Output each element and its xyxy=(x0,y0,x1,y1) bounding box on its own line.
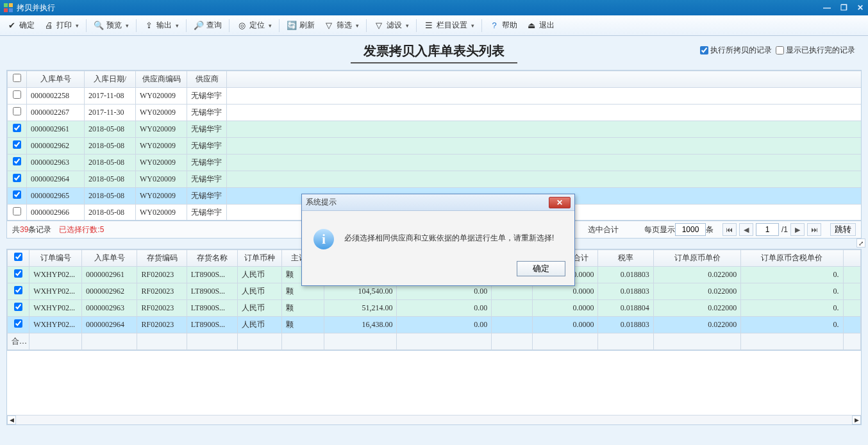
selection-count: 已选择行数:5 xyxy=(59,224,104,235)
select-all-checkbox[interactable] xyxy=(13,74,21,82)
column-header[interactable]: 存货名称 xyxy=(187,250,238,267)
cell-price: 0.022000 xyxy=(653,267,741,283)
table-row[interactable]: WXHYP02... 0000002963 RF020023 LT8900S..… xyxy=(8,300,861,317)
toolbar-filter[interactable]: ▽筛选▾ xyxy=(320,18,363,33)
last-page-button[interactable]: ⏭ xyxy=(807,223,821,236)
toolbar-query[interactable]: 🔎查询 xyxy=(190,18,226,33)
cell-blank xyxy=(227,121,862,138)
restore-button[interactable]: ❐ xyxy=(839,3,849,12)
table-row[interactable]: 0000002961 2018-05-08 WY020009 无锡华宇 xyxy=(8,121,862,138)
toolbar-columnset[interactable]: ☰栏目设置▾ xyxy=(420,18,478,33)
window-title: 拷贝并执行 xyxy=(17,3,55,13)
row-checkbox[interactable] xyxy=(14,303,22,311)
row-checkbox[interactable] xyxy=(13,157,21,165)
option-show-executed-checkbox[interactable] xyxy=(776,46,784,55)
cell-order: WXHYP02... xyxy=(29,300,82,317)
scroll-left-icon[interactable]: ◀ xyxy=(7,416,16,424)
option-show-executed[interactable]: 显示已执行完的记录 xyxy=(776,45,855,56)
row-checkbox[interactable] xyxy=(14,319,22,328)
table-row[interactable]: 0000002963 2018-05-08 WY020009 无锡华宇 xyxy=(8,155,862,171)
toolbar-print[interactable]: 🖨打印▾ xyxy=(40,18,83,33)
cell-total: 0.0000 xyxy=(533,300,598,317)
column-header[interactable]: 订单原币含税单价 xyxy=(741,250,843,267)
row-checkbox[interactable] xyxy=(14,286,22,294)
scroll-right-icon[interactable]: ▶ xyxy=(852,416,861,424)
summary-row: 合计 xyxy=(8,333,861,350)
cell-blank xyxy=(227,138,862,155)
column-header[interactable] xyxy=(8,250,29,267)
select-all-checkbox[interactable] xyxy=(14,253,22,261)
dialog-close-button[interactable]: ✕ xyxy=(549,197,571,208)
next-page-button[interactable]: ▶ xyxy=(790,223,805,236)
table-row[interactable]: 0000002267 2017-11-30 WY020009 无锡华宇 xyxy=(8,105,862,121)
row-checkbox[interactable] xyxy=(13,174,21,182)
toolbar-locate[interactable]: ◎定位▾ xyxy=(233,18,276,33)
chevron-down-icon: ▾ xyxy=(76,22,79,29)
cell-in-no: 0000002962 xyxy=(27,138,85,155)
cell-vendor-name: 无锡华宇 xyxy=(187,205,227,221)
page-input[interactable] xyxy=(756,223,779,236)
svg-rect-0 xyxy=(4,3,8,7)
row-checkbox[interactable] xyxy=(13,107,21,115)
column-header[interactable]: 供应商编码 xyxy=(136,71,187,88)
column-header[interactable]: 入库日期/ xyxy=(85,71,136,88)
first-page-button[interactable]: ⏮ xyxy=(722,223,737,236)
svg-rect-3 xyxy=(9,8,13,12)
toolbar-output[interactable]: ⇪输出▾ xyxy=(140,18,183,33)
toolbar-preview[interactable]: 🔍预览▾ xyxy=(90,18,133,33)
per-page-input[interactable] xyxy=(675,223,706,236)
row-checkbox[interactable] xyxy=(14,269,22,278)
prev-page-button[interactable]: ◀ xyxy=(739,223,753,236)
toolbar-help[interactable]: ?帮助 xyxy=(485,18,521,33)
column-header[interactable]: 订单原币单价 xyxy=(653,250,741,267)
row-checkbox[interactable] xyxy=(13,90,21,99)
option-execute-copied[interactable]: 执行所拷贝的记录 xyxy=(700,45,772,56)
minimize-button[interactable]: — xyxy=(822,3,832,12)
dialog-ok-button[interactable]: 确定 xyxy=(517,261,565,276)
column-header[interactable]: 供应商 xyxy=(187,71,227,88)
table-row[interactable]: 0000002964 2018-05-08 WY020009 无锡华宇 xyxy=(8,171,862,188)
toolbar-refresh[interactable]: 🔄刷新 xyxy=(283,18,319,33)
dialog-message: 必须选择相同供应商和立账依据的单据进行生单，请重新选择! xyxy=(344,229,554,244)
toolbar-refresh-label: 刷新 xyxy=(299,20,315,31)
row-checkbox[interactable] xyxy=(13,207,21,215)
column-header[interactable]: 税率 xyxy=(598,250,653,267)
cell-in-no: 0000002258 xyxy=(27,88,85,105)
cell-inv: RF020023 xyxy=(137,300,187,317)
toolbar-help-label: 帮助 xyxy=(502,20,517,31)
cell-invn: LT8900S... xyxy=(187,300,238,317)
toolbar-filter-label: 筛选 xyxy=(337,20,352,31)
column-header[interactable]: 存货编码 xyxy=(137,250,187,267)
row-checkbox[interactable] xyxy=(13,190,21,199)
cell-in-date: 2017-11-30 xyxy=(85,105,136,121)
cell-vendor-code: WY020009 xyxy=(136,205,187,221)
column-header[interactable]: 入库单号 xyxy=(27,71,85,88)
printer-icon: 🖨 xyxy=(44,21,54,31)
chevron-down-icon: ▾ xyxy=(356,22,359,29)
toolbar-exit[interactable]: ⏏退出 xyxy=(522,18,558,33)
expand-icon[interactable]: ⤢ xyxy=(856,239,865,248)
column-header[interactable]: 订单编号 xyxy=(29,250,82,267)
cell-inv: RF020023 xyxy=(137,317,187,333)
column-header[interactable] xyxy=(8,71,27,88)
row-checkbox[interactable] xyxy=(13,140,21,149)
column-header[interactable]: 订单币种 xyxy=(238,250,281,267)
table-row[interactable]: WXHYP02... 0000002964 RF020023 LT8900S..… xyxy=(8,317,861,333)
jump-button[interactable]: 跳转 xyxy=(830,223,856,236)
toolbar-ok-label: 确定 xyxy=(19,20,35,31)
table-row[interactable]: 0000002258 2017-11-08 WY020009 无锡华宇 xyxy=(8,88,862,105)
option-execute-copied-checkbox[interactable] xyxy=(700,46,708,55)
row-checkbox[interactable] xyxy=(13,124,21,132)
column-header-blank xyxy=(227,71,862,88)
page-header: 发票拷贝入库单表头列表 执行所拷贝的记录 显示已执行完的记录 xyxy=(0,36,868,66)
toolbar-filterset[interactable]: ▽滤设▾ xyxy=(370,18,413,33)
close-button[interactable]: ✕ xyxy=(855,3,865,12)
toolbar-ok[interactable]: ✔确定 xyxy=(3,18,38,33)
table-row[interactable]: 0000002962 2018-05-08 WY020009 无锡华宇 xyxy=(8,138,862,155)
horizontal-scrollbar[interactable]: ◀ ▶ xyxy=(6,415,862,425)
column-header[interactable] xyxy=(843,250,860,267)
record-count-suffix: 条记录 xyxy=(28,224,51,235)
separator xyxy=(416,19,417,32)
column-header[interactable]: 入库单号 xyxy=(82,250,137,267)
magnifier-icon: 🔍 xyxy=(94,21,104,31)
